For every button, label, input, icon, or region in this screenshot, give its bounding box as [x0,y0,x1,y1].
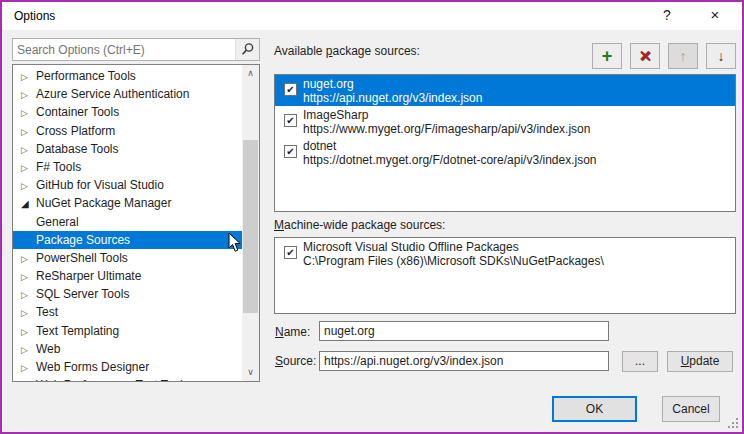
tree-item-nuget-package-manager[interactable]: ◢NuGet Package Manager [13,194,243,212]
collapsed-expander-icon[interactable]: ▷ [21,268,33,286]
move-down-button[interactable]: ↓ [706,43,736,69]
tree-item-label: SQL Server Tools [33,287,129,301]
source-row-imagesharp[interactable]: ✔ImageSharphttps://www.myget.org/F/image… [275,106,735,137]
tree-item-label: Web Performance Test Tools [33,378,189,382]
tree-item-label: Web Forms Designer [33,360,149,374]
scroll-up-icon[interactable]: ∧ [242,65,259,82]
tree-item-text-templating[interactable]: ▷Text Templating [13,322,243,340]
collapsed-expander-icon[interactable]: ▷ [21,286,33,304]
window-title: Options [14,9,55,23]
arrow-down-icon: ↓ [718,48,725,64]
plus-icon: + [602,46,613,66]
scrollbar-thumb[interactable] [243,140,258,313]
cancel-button[interactable]: Cancel [662,396,720,422]
available-sources-label: Available package sources: [274,44,420,58]
available-sources-list: ✔nuget.orghttps://api.nuget.org/v3/index… [274,74,736,212]
collapsed-expander-icon[interactable]: ▷ [21,377,33,382]
tree-item-resharper-ultimate[interactable]: ▷ReSharper Ultimate [13,267,243,285]
name-label: Name: [275,325,310,339]
remove-source-button[interactable]: ✕ [630,43,660,69]
source-name: nuget.org [303,77,354,91]
tree-item-label: Container Tools [33,105,119,119]
title-bar[interactable]: Options ? × [2,2,742,30]
ok-button[interactable]: OK [552,396,637,422]
collapsed-expander-icon[interactable]: ▷ [21,141,33,159]
arrow-up-icon: ↑ [680,48,687,64]
add-source-button[interactable]: + [592,43,622,69]
source-url: https://www.myget.org/F/imagesharp/api/v… [303,122,590,136]
close-button[interactable]: × [698,2,732,28]
tree-item-label: Azure Service Authentication [33,87,189,101]
checkbox-checked-icon[interactable]: ✔ [284,83,297,96]
source-row-dotnet[interactable]: ✔dotnethttps://dotnet.myget.org/F/dotnet… [275,137,735,168]
tree-item-label: Test [33,305,58,319]
tree-item-label: Database Tools [33,142,119,156]
collapsed-expander-icon[interactable]: ▷ [21,68,33,86]
tree-item-web[interactable]: ▷Web [13,340,243,358]
tree-item-container-tools[interactable]: ▷Container Tools [13,103,243,121]
tree-item-test[interactable]: ▷Test [13,303,243,321]
source-row-nuget-org[interactable]: ✔nuget.orghttps://api.nuget.org/v3/index… [275,75,735,106]
source-name: Microsoft Visual Studio Offline Packages [303,240,519,254]
update-button[interactable]: Update [667,351,733,372]
collapsed-expander-icon[interactable]: ▷ [21,341,33,359]
machine-wide-sources-list: ✔Microsoft Visual Studio Offline Package… [274,237,736,314]
source-url: https://dotnet.myget.org/F/dotnet-core/a… [303,153,597,167]
tree-item-package-sources[interactable]: Package Sources [13,231,243,249]
collapsed-expander-icon[interactable]: ▷ [21,123,33,141]
red-x-icon: ✕ [639,47,652,64]
browse-button[interactable]: ... [622,351,658,372]
collapsed-expander-icon[interactable]: ▷ [21,177,33,195]
tree-item-cross-platform[interactable]: ▷Cross Platform [13,122,243,140]
tree-item-label: General [13,215,79,229]
collapsed-expander-icon[interactable]: ▷ [21,304,33,322]
tree-item-general[interactable]: General [13,213,243,231]
source-url: https://api.nuget.org/v3/index.json [303,91,482,105]
source-url: C:\Program Files (x86)\Microsoft SDKs\Nu… [303,254,604,268]
tree-scrollbar[interactable]: ∧ ∨ [242,65,259,381]
machine-wide-sources-label: Machine-wide package sources: [274,218,445,232]
collapsed-expander-icon[interactable]: ▷ [21,104,33,122]
resize-grip[interactable] [728,418,738,428]
help-button[interactable]: ? [650,2,684,28]
tree-item-performance-tools[interactable]: ▷Performance Tools [13,67,243,85]
source-name: dotnet [303,139,336,153]
tree-item-azure-service-authentication[interactable]: ▷Azure Service Authentication [13,85,243,103]
tree-item-web-forms-designer[interactable]: ▷Web Forms Designer [13,358,243,376]
tree-item-label: PowerShell Tools [33,251,128,265]
options-tree: ▷Performance Tools▷Azure Service Authent… [12,64,260,382]
help-icon: ? [663,7,671,23]
tree-item-f-tools[interactable]: ▷F# Tools [13,158,243,176]
source-name: ImageSharp [303,108,368,122]
checkbox-checked-icon[interactable]: ✔ [284,114,297,127]
source-input[interactable] [319,351,609,371]
checkbox-checked-icon[interactable]: ✔ [284,145,297,158]
tree-item-label: ReSharper Ultimate [33,269,141,283]
search-input[interactable] [17,40,233,59]
tree-item-label: GitHub for Visual Studio [33,178,164,192]
tree-item-web-performance-test-tools[interactable]: ▷Web Performance Test Tools [13,376,243,382]
tree-item-label: F# Tools [33,160,81,174]
tree-item-github-for-visual-studio[interactable]: ▷GitHub for Visual Studio [13,176,243,194]
tree-item-sql-server-tools[interactable]: ▷SQL Server Tools [13,285,243,303]
name-input[interactable] [319,321,609,341]
tree-item-label: Text Templating [33,324,119,338]
tree-item-label: Cross Platform [33,124,115,138]
tree-item-database-tools[interactable]: ▷Database Tools [13,140,243,158]
search-box [12,38,260,61]
collapsed-expander-icon[interactable]: ▷ [21,250,33,268]
tree-item-powershell-tools[interactable]: ▷PowerShell Tools [13,249,243,267]
tree-item-label: Package Sources [13,233,130,247]
move-up-button[interactable]: ↑ [668,43,698,69]
tree-item-label: Performance Tools [33,69,136,83]
collapsed-expander-icon[interactable]: ▷ [21,159,33,177]
collapsed-expander-icon[interactable]: ▷ [21,323,33,341]
collapsed-expander-icon[interactable]: ▷ [21,86,33,104]
search-button[interactable] [235,39,259,60]
collapsed-expander-icon[interactable]: ▷ [21,359,33,377]
source-row-microsoft-visual-studio-offline-packages[interactable]: ✔Microsoft Visual Studio Offline Package… [275,238,735,269]
expanded-expander-icon[interactable]: ◢ [21,195,33,213]
scroll-down-icon[interactable]: ∨ [242,364,259,381]
source-label: Source: [275,354,316,368]
checkbox-checked-icon[interactable]: ✔ [284,246,297,259]
